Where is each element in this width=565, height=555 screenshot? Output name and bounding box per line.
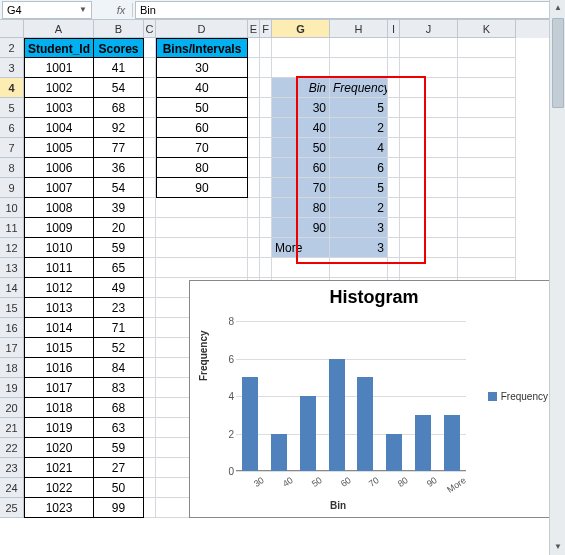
cell-A17[interactable]: 1015 xyxy=(24,338,94,358)
cell-H4[interactable]: Frequency xyxy=(330,78,388,98)
chart-bar[interactable] xyxy=(329,359,345,472)
column-header-J[interactable]: J xyxy=(400,20,458,38)
cell-D12[interactable] xyxy=(156,238,248,258)
name-box[interactable]: G4 ▼ xyxy=(2,1,92,19)
cell-K11[interactable] xyxy=(458,218,516,238)
scroll-down-icon[interactable]: ▼ xyxy=(550,539,565,555)
cell-E9[interactable] xyxy=(248,178,260,198)
cell-J8[interactable] xyxy=(400,158,458,178)
cell-K2[interactable] xyxy=(458,38,516,58)
cell-D9[interactable]: 90 xyxy=(156,178,248,198)
cell-C14[interactable] xyxy=(144,278,156,298)
cell-I2[interactable] xyxy=(388,38,400,58)
cell-E3[interactable] xyxy=(248,58,260,78)
cell-C3[interactable] xyxy=(144,58,156,78)
cell-C19[interactable] xyxy=(144,378,156,398)
fx-icon[interactable]: fx xyxy=(112,4,130,16)
chart-bar[interactable] xyxy=(242,377,258,471)
cell-K13[interactable] xyxy=(458,258,516,278)
cell-J10[interactable] xyxy=(400,198,458,218)
cell-D4[interactable]: 40 xyxy=(156,78,248,98)
histogram-chart[interactable]: Histogram Frequency 02468 30405060708090… xyxy=(189,280,559,518)
cell-D3[interactable]: 30 xyxy=(156,58,248,78)
cell-C15[interactable] xyxy=(144,298,156,318)
row-header-9[interactable]: 9 xyxy=(0,178,24,198)
cell-A15[interactable]: 1013 xyxy=(24,298,94,318)
cell-B21[interactable]: 63 xyxy=(94,418,144,438)
cell-F7[interactable] xyxy=(260,138,272,158)
cell-F6[interactable] xyxy=(260,118,272,138)
cell-I10[interactable] xyxy=(388,198,400,218)
row-header-23[interactable]: 23 xyxy=(0,458,24,478)
cell-G3[interactable] xyxy=(272,58,330,78)
cell-A24[interactable]: 1022 xyxy=(24,478,94,498)
cell-G4[interactable]: Bin xyxy=(272,78,330,98)
cell-A25[interactable]: 1023 xyxy=(24,498,94,518)
cell-A10[interactable]: 1008 xyxy=(24,198,94,218)
cell-J2[interactable] xyxy=(400,38,458,58)
cell-I3[interactable] xyxy=(388,58,400,78)
cell-F9[interactable] xyxy=(260,178,272,198)
cell-D7[interactable]: 70 xyxy=(156,138,248,158)
cell-A3[interactable]: 1001 xyxy=(24,58,94,78)
vertical-scrollbar[interactable]: ▲ ▼ xyxy=(549,0,565,555)
cell-D13[interactable] xyxy=(156,258,248,278)
cell-G9[interactable]: 70 xyxy=(272,178,330,198)
formula-bar[interactable]: Bin xyxy=(135,1,563,19)
cell-C18[interactable] xyxy=(144,358,156,378)
cell-H11[interactable]: 3 xyxy=(330,218,388,238)
cell-K8[interactable] xyxy=(458,158,516,178)
row-header-17[interactable]: 17 xyxy=(0,338,24,358)
chart-bar[interactable] xyxy=(357,377,373,471)
cell-I6[interactable] xyxy=(388,118,400,138)
cell-F11[interactable] xyxy=(260,218,272,238)
cell-C8[interactable] xyxy=(144,158,156,178)
row-header-25[interactable]: 25 xyxy=(0,498,24,518)
cell-I8[interactable] xyxy=(388,158,400,178)
cell-F4[interactable] xyxy=(260,78,272,98)
cell-A21[interactable]: 1019 xyxy=(24,418,94,438)
row-header-14[interactable]: 14 xyxy=(0,278,24,298)
cell-A5[interactable]: 1003 xyxy=(24,98,94,118)
cell-D5[interactable]: 50 xyxy=(156,98,248,118)
scroll-thumb[interactable] xyxy=(552,18,564,108)
column-header-E[interactable]: E xyxy=(248,20,260,38)
cell-C12[interactable] xyxy=(144,238,156,258)
cell-I12[interactable] xyxy=(388,238,400,258)
cell-G11[interactable]: 90 xyxy=(272,218,330,238)
chart-bar[interactable] xyxy=(415,415,431,471)
cell-B13[interactable]: 65 xyxy=(94,258,144,278)
column-header-F[interactable]: F xyxy=(260,20,272,38)
cell-E5[interactable] xyxy=(248,98,260,118)
chart-bar[interactable] xyxy=(444,415,460,471)
cell-C11[interactable] xyxy=(144,218,156,238)
cell-G5[interactable]: 30 xyxy=(272,98,330,118)
cell-A6[interactable]: 1004 xyxy=(24,118,94,138)
cell-H12[interactable]: 3 xyxy=(330,238,388,258)
cell-C6[interactable] xyxy=(144,118,156,138)
cell-B25[interactable]: 99 xyxy=(94,498,144,518)
row-header-10[interactable]: 10 xyxy=(0,198,24,218)
column-header-A[interactable]: A xyxy=(24,20,94,38)
column-header-B[interactable]: B xyxy=(94,20,144,38)
cell-F10[interactable] xyxy=(260,198,272,218)
row-header-16[interactable]: 16 xyxy=(0,318,24,338)
cell-B14[interactable]: 49 xyxy=(94,278,144,298)
cell-B15[interactable]: 23 xyxy=(94,298,144,318)
cell-J5[interactable] xyxy=(400,98,458,118)
cell-A16[interactable]: 1014 xyxy=(24,318,94,338)
cell-K9[interactable] xyxy=(458,178,516,198)
cell-K3[interactable] xyxy=(458,58,516,78)
cell-B8[interactable]: 36 xyxy=(94,158,144,178)
cell-G10[interactable]: 80 xyxy=(272,198,330,218)
row-header-8[interactable]: 8 xyxy=(0,158,24,178)
cell-H6[interactable]: 2 xyxy=(330,118,388,138)
cell-C4[interactable] xyxy=(144,78,156,98)
cell-B3[interactable]: 41 xyxy=(94,58,144,78)
cell-E7[interactable] xyxy=(248,138,260,158)
cell-H3[interactable] xyxy=(330,58,388,78)
cell-H9[interactable]: 5 xyxy=(330,178,388,198)
cell-B6[interactable]: 92 xyxy=(94,118,144,138)
cell-K10[interactable] xyxy=(458,198,516,218)
cell-F3[interactable] xyxy=(260,58,272,78)
